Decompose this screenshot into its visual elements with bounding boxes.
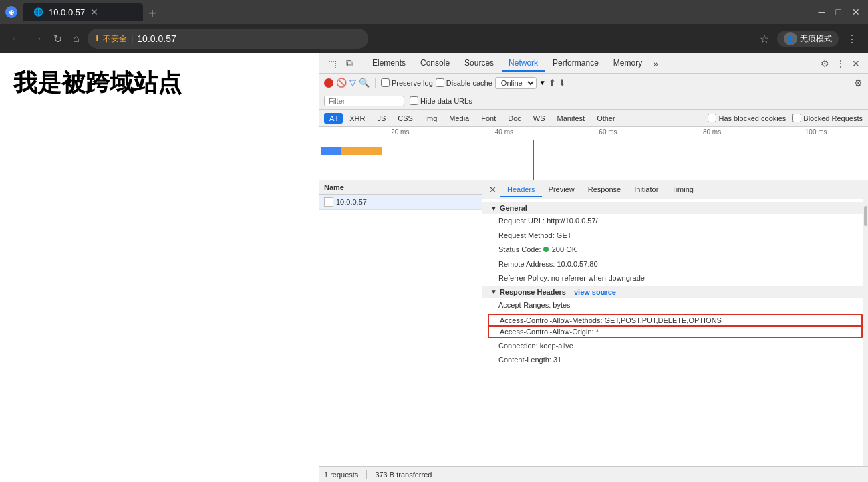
general-section-header[interactable]: ▼ General: [482, 202, 868, 214]
has-blocked-checkbox[interactable]: [708, 114, 716, 122]
view-source-link[interactable]: view source: [574, 288, 616, 296]
profile-area[interactable]: 👤 无痕模式: [777, 31, 839, 47]
disable-cache-label[interactable]: Disable cache: [436, 78, 492, 87]
tab-response[interactable]: Response: [581, 183, 628, 197]
settings-icon[interactable]: ⚙: [818, 57, 832, 70]
remote-address-row: Remote Address: 10.0.0.57:80: [482, 257, 868, 272]
blocked-req-checkbox[interactable]: [792, 114, 801, 122]
menu-button[interactable]: ⋮: [844, 30, 860, 48]
status-dot: [543, 247, 549, 252]
tab-console[interactable]: Console: [414, 55, 456, 72]
headers-close-button[interactable]: ✕: [485, 183, 500, 196]
response-headers-section-header[interactable]: ▼ Response Headers view source: [482, 286, 868, 298]
tab-memory[interactable]: Memory: [607, 55, 649, 72]
connection-label: Connection:: [498, 342, 538, 350]
close-button[interactable]: ✕: [849, 7, 863, 17]
headers-tabbar: ✕ Headers Preview Response Initiator Tim…: [482, 180, 868, 199]
bar-segment-connecting: [321, 147, 341, 155]
file-icon: [324, 197, 333, 207]
status-divider: [366, 470, 367, 479]
type-all-button[interactable]: All: [324, 113, 343, 124]
status-code-label: Status Code:: [498, 245, 541, 253]
forward-button[interactable]: →: [29, 33, 45, 45]
search-icon[interactable]: 🔍: [359, 78, 370, 88]
request-method-label: Request Method:: [498, 231, 555, 239]
toolbar-divider: [361, 57, 361, 70]
type-img-button[interactable]: Img: [420, 113, 442, 124]
disable-cache-checkbox[interactable]: [436, 78, 444, 87]
more-tabs-button[interactable]: »: [650, 57, 661, 70]
hide-urls-text: Hide data URLs: [420, 97, 472, 105]
network-settings-icon[interactable]: ⚙: [854, 78, 863, 88]
export-icon[interactable]: ⬇: [559, 78, 566, 88]
reload-button[interactable]: ↻: [51, 33, 65, 45]
type-xhr-button[interactable]: XHR: [344, 113, 370, 124]
device-toggle-icon[interactable]: ⧉: [342, 56, 357, 70]
minimize-button[interactable]: ─: [816, 7, 828, 17]
status-code-row: Status Code: 200 OK: [482, 243, 868, 257]
tab-sources[interactable]: Sources: [458, 55, 500, 72]
type-font-button[interactable]: Font: [476, 113, 501, 124]
content-length-row: Content-Length: 31: [482, 353, 868, 368]
general-arrow: ▼: [490, 205, 497, 212]
hide-urls-label[interactable]: Hide data URLs: [410, 96, 472, 105]
access-origin-value: *: [596, 328, 599, 336]
network-table: Name 10.0.0.57 ✕ Headers Preview Respons…: [319, 180, 868, 466]
type-ws-button[interactable]: WS: [528, 113, 551, 124]
timeline-graph-area: [319, 140, 868, 180]
name-column-header[interactable]: Name: [319, 180, 482, 195]
type-css-button[interactable]: CSS: [392, 113, 418, 124]
connection-value: keep-alive: [540, 342, 573, 350]
clear-button[interactable]: 🚫: [336, 78, 347, 88]
tab-close-button[interactable]: ✕: [90, 7, 98, 17]
content-length-value: 31: [553, 356, 561, 364]
record-button[interactable]: [324, 78, 333, 88]
tab-headers[interactable]: Headers: [500, 183, 542, 197]
response-headers-title: Response Headers: [500, 288, 566, 296]
request-method-value: GET: [557, 231, 572, 239]
maximize-button[interactable]: □: [833, 7, 844, 17]
access-methods-label: Access-Control-Allow-Methods:: [500, 316, 602, 324]
type-media-button[interactable]: Media: [444, 113, 474, 124]
hide-urls-checkbox[interactable]: [410, 96, 418, 105]
profile-icon: 👤: [784, 32, 797, 45]
preserve-log-checkbox[interactable]: [381, 78, 390, 87]
active-tab[interactable]: 🌐 10.0.0.57 ✕: [23, 3, 143, 21]
home-button[interactable]: ⌂: [70, 33, 82, 45]
type-other-button[interactable]: Other: [591, 113, 621, 124]
has-blocked-label[interactable]: Has blocked cookies: [708, 114, 786, 122]
title-bar: ⊕ 🌐 10.0.0.57 ✕ + ─ □ ✕: [0, 0, 868, 24]
tab-preview[interactable]: Preview: [542, 183, 581, 197]
type-doc-button[interactable]: Doc: [502, 113, 527, 124]
tab-elements[interactable]: Elements: [366, 55, 412, 72]
request-url-value: http://10.0.0.57/: [547, 217, 597, 225]
type-manifest-button[interactable]: Manifest: [552, 113, 591, 124]
address-field[interactable]: ℹ 不安全 | 10.0.0.57: [88, 29, 368, 49]
content-length-label: Content-Length:: [498, 356, 551, 364]
tab-performance[interactable]: Performance: [546, 55, 605, 72]
scrollbar-track[interactable]: [863, 199, 868, 466]
access-methods-value: GET,POST,PUT,DELETE,OPTIONS: [605, 316, 722, 324]
preserve-log-label[interactable]: Preserve log: [381, 78, 433, 87]
filter-input[interactable]: [324, 96, 404, 106]
tab-initiator[interactable]: Initiator: [627, 183, 665, 197]
access-origin-row: Access-Control-Allow-Origin: *: [488, 325, 863, 338]
disable-cache-text: Disable cache: [446, 79, 492, 87]
request-row[interactable]: 10.0.0.57: [319, 195, 482, 210]
scrollbar-thumb[interactable]: [864, 206, 867, 226]
blocked-req-label[interactable]: Blocked Requests: [792, 114, 863, 122]
tab-timing[interactable]: Timing: [665, 183, 700, 197]
more-options-icon[interactable]: ⋮: [833, 57, 848, 70]
element-picker-icon[interactable]: ⬚: [324, 57, 341, 70]
back-button[interactable]: ←: [8, 33, 24, 45]
bookmark-button[interactable]: ☆: [757, 30, 772, 48]
new-tab-button[interactable]: +: [143, 6, 162, 21]
tab-network[interactable]: Network: [502, 55, 545, 72]
filter-icon[interactable]: ▽: [349, 78, 356, 88]
remote-address-label: Remote Address:: [498, 260, 555, 268]
import-icon[interactable]: ⬆: [549, 78, 556, 88]
devtools-close-button[interactable]: ✕: [849, 57, 863, 70]
accept-ranges-label: Accept-Ranges:: [498, 301, 551, 309]
type-js-button[interactable]: JS: [372, 113, 391, 124]
throttling-select[interactable]: Online: [495, 77, 537, 89]
